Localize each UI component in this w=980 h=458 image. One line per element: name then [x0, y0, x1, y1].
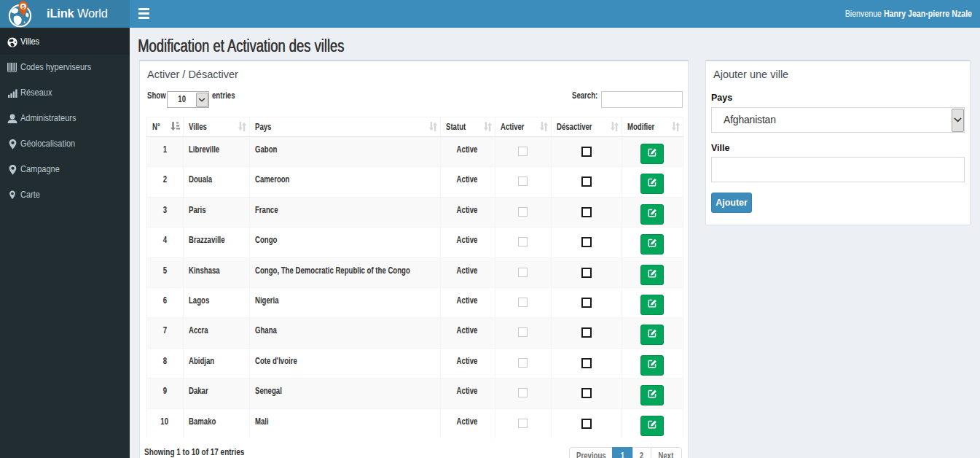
svg-text:$: $ [22, 4, 26, 10]
